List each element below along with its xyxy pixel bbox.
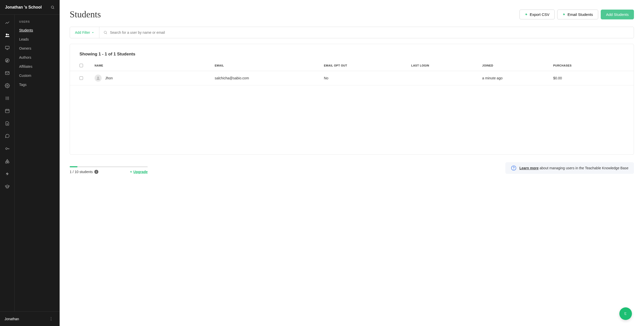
search-wrap — [99, 27, 634, 38]
table-row[interactable]: Jhon salchicha@sabio.com No a minute ago… — [70, 71, 634, 85]
svg-point-2 — [6, 34, 8, 35]
col-email[interactable]: EMAIL — [215, 64, 324, 67]
nav-site-icon[interactable] — [2, 43, 12, 53]
sidebar-footer: Jonathan ⋮ — [0, 311, 60, 326]
main-content: Students Export CSV Email Students Add S… — [60, 0, 644, 326]
cell-purchases: $0.00 — [553, 76, 624, 80]
search-input[interactable] — [110, 27, 630, 38]
svg-point-27 — [104, 31, 106, 34]
nav-graduation-icon[interactable] — [2, 181, 12, 191]
svg-rect-13 — [5, 109, 9, 113]
cell-joined: a minute ago — [482, 76, 553, 80]
page-title: Students — [70, 9, 101, 20]
bolt-icon — [562, 12, 566, 16]
cell-email: salchicha@sabio.com — [215, 76, 324, 80]
svg-point-29 — [97, 77, 99, 78]
help-fab[interactable]: t: — [619, 307, 632, 320]
add-filter-label: Add Filter — [75, 30, 90, 35]
subnav-heading: USERS — [15, 18, 60, 26]
select-all-checkbox[interactable] — [79, 64, 83, 67]
bolt-icon — [525, 12, 528, 16]
icon-rail — [0, 15, 15, 311]
more-menu-icon[interactable]: ⋮ — [47, 315, 55, 322]
nav-download-icon[interactable] — [2, 118, 12, 128]
fab-label: t: — [625, 311, 627, 316]
nav-courses-icon[interactable] — [2, 93, 12, 103]
email-students-label: Email Students — [568, 12, 593, 17]
nav-settings-icon[interactable] — [2, 81, 12, 91]
col-joined[interactable]: JOINED — [482, 64, 553, 67]
subnav-item-leads[interactable]: Leads — [15, 35, 60, 44]
subnav-item-tags[interactable]: Tags — [15, 80, 60, 89]
nav-bolt-icon[interactable] — [2, 169, 12, 179]
help-text-wrap: Learn more about managing users in the T… — [519, 166, 628, 170]
school-name[interactable]: Jonathan 's School — [5, 5, 42, 10]
col-email-opt-out[interactable]: EMAIL OPT OUT — [324, 64, 411, 67]
export-csv-label: Export CSV — [530, 12, 549, 17]
svg-line-28 — [106, 33, 107, 34]
quota-progress-fill — [70, 166, 77, 167]
quota-progress-track — [70, 166, 148, 167]
header-actions: Export CSV Email Students Add Students — [519, 10, 634, 19]
svg-marker-30 — [130, 171, 132, 173]
nav-sales-icon[interactable] — [2, 55, 12, 66]
help-icon — [511, 165, 516, 171]
row-checkbox[interactable] — [79, 76, 83, 80]
sidebar: Jonathan 's School — [0, 0, 60, 326]
svg-point-17 — [6, 148, 7, 150]
nav-shapes-icon[interactable] — [2, 156, 12, 166]
svg-point-23 — [8, 161, 9, 163]
page-footer: 1 / 10 students i Upgrade Learn more abo… — [70, 162, 634, 174]
students-table: NAME EMAIL EMAIL OPT OUT LAST LOGIN JOIN… — [70, 64, 634, 85]
add-filter-button[interactable]: Add Filter — [70, 27, 99, 38]
svg-point-32 — [513, 169, 514, 169]
svg-marker-24 — [6, 172, 9, 175]
help-text: about managing users in the Teachable Kn… — [539, 166, 628, 170]
cell-opt-out: No — [324, 76, 411, 80]
subnav-item-students[interactable]: Students — [15, 26, 60, 35]
nav-comments-icon[interactable] — [2, 131, 12, 141]
svg-marker-26 — [563, 13, 565, 16]
quota-text-wrap: 1 / 10 students i — [70, 170, 98, 174]
add-students-label: Add Students — [606, 12, 629, 17]
learn-more-link[interactable]: Learn more — [519, 166, 539, 170]
table-header: NAME EMAIL EMAIL OPT OUT LAST LOGIN JOIN… — [70, 64, 634, 71]
nav-dashboard-icon[interactable] — [2, 18, 12, 28]
email-students-button[interactable]: Email Students — [557, 10, 598, 19]
svg-marker-25 — [525, 13, 527, 16]
avatar — [95, 75, 102, 82]
table-summary: Showing 1 - 1 of 1 Students — [70, 52, 634, 64]
help-banner: Learn more about managing users in the T… — [505, 162, 634, 174]
student-quota: 1 / 10 students i Upgrade — [70, 166, 148, 174]
nav-calendar-icon[interactable] — [2, 106, 12, 116]
current-user-name[interactable]: Jonathan — [5, 317, 19, 321]
search-icon — [103, 30, 107, 35]
svg-line-1 — [53, 8, 54, 9]
subnav: USERS Students Leads Owners Authors Affi… — [15, 15, 60, 311]
upgrade-link[interactable]: Upgrade — [130, 170, 148, 174]
sidebar-header: Jonathan 's School — [0, 0, 60, 15]
col-name[interactable]: NAME — [95, 64, 215, 67]
filter-bar: Add Filter — [70, 27, 634, 38]
page-header: Students Export CSV Email Students Add S… — [70, 9, 634, 20]
export-csv-button[interactable]: Export CSV — [519, 10, 555, 19]
subnav-item-owners[interactable]: Owners — [15, 44, 60, 53]
col-purchases[interactable]: PURCHASES — [553, 64, 624, 67]
info-icon[interactable]: i — [94, 170, 98, 174]
svg-marker-21 — [6, 159, 8, 161]
subnav-item-authors[interactable]: Authors — [15, 53, 60, 62]
add-students-button[interactable]: Add Students — [601, 10, 634, 19]
search-icon[interactable] — [51, 5, 55, 9]
col-last-login[interactable]: LAST LOGIN — [411, 64, 482, 67]
nav-key-icon[interactable] — [2, 144, 12, 154]
subnav-item-affiliates[interactable]: Affiliates — [15, 62, 60, 71]
subnav-item-custom[interactable]: Custom — [15, 71, 60, 80]
students-table-card: Showing 1 - 1 of 1 Students NAME EMAIL E… — [70, 44, 634, 155]
nav-emails-icon[interactable] — [2, 68, 12, 78]
svg-point-3 — [8, 34, 9, 35]
svg-rect-4 — [5, 46, 9, 49]
svg-point-9 — [7, 85, 8, 86]
svg-point-0 — [51, 6, 54, 8]
upgrade-label: Upgrade — [133, 170, 148, 174]
nav-users-icon[interactable] — [2, 30, 12, 40]
